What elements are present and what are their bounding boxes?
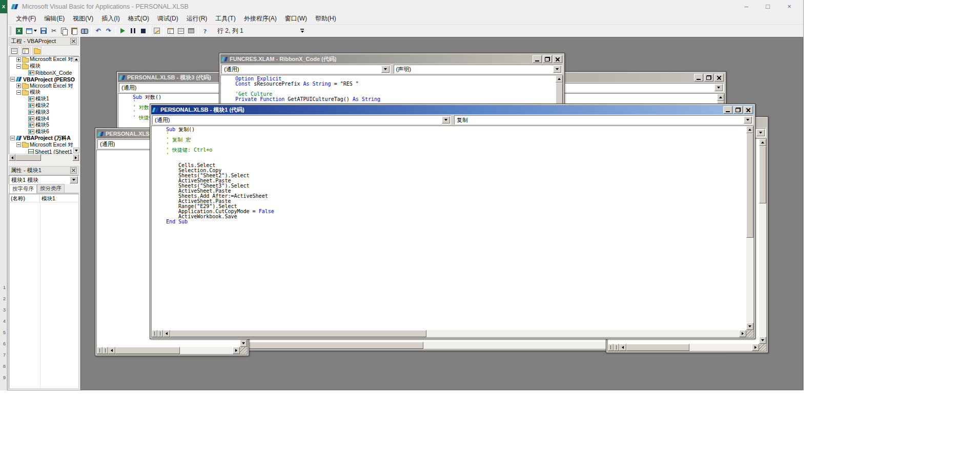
property-value[interactable]: 模块1 — [40, 194, 78, 202]
scroll-up-icon[interactable] — [73, 56, 79, 62]
chevron-down-icon[interactable] — [70, 176, 78, 183]
menu-item-4[interactable]: 格式(O) — [124, 13, 153, 25]
tree-item[interactable]: Microsoft Excel 对 — [9, 56, 78, 63]
menu-item-5[interactable]: 调试(D) — [153, 13, 182, 25]
tree-item[interactable]: VBAProject (万科A — [9, 135, 78, 142]
menu-item-1[interactable]: 编辑(E) — [40, 13, 69, 25]
split-handle[interactable] — [152, 330, 157, 337]
margin-handle[interactable] — [103, 347, 108, 354]
child-titlebar[interactable]: PERSONAL.XLSB - 模块1 (代码) — [151, 105, 754, 114]
restore-button[interactable] — [733, 106, 743, 114]
collapse-icon[interactable] — [16, 64, 21, 69]
chevron-down-icon[interactable] — [442, 116, 450, 123]
menu-item-10[interactable]: 帮助(H) — [311, 13, 340, 25]
reset-button[interactable] — [138, 26, 148, 36]
tree-item[interactable]: Sheet1 (Sheet1 — [9, 148, 78, 154]
resize-grip[interactable] — [759, 344, 766, 351]
undo-button[interactable]: ↶ — [93, 26, 104, 36]
menu-item-8[interactable]: 外接程序(A) — [240, 13, 281, 25]
horizontal-scrollbar[interactable] — [152, 330, 746, 337]
restore-button[interactable] — [704, 74, 713, 81]
paste-button[interactable] — [69, 26, 79, 36]
close-button[interactable] — [744, 106, 753, 114]
redo-button[interactable]: ↷ — [104, 26, 114, 36]
find-button[interactable] — [79, 26, 90, 36]
tree-item[interactable]: 模块 — [9, 63, 78, 70]
procedure-dropdown[interactable]: 复制 — [454, 115, 753, 125]
insert-userform-button[interactable] — [24, 26, 38, 36]
tree-horizontal-scrollbar[interactable] — [9, 154, 79, 161]
tree-item[interactable]: RibbonX_Code — [9, 70, 78, 76]
view-object-button[interactable] — [21, 47, 30, 55]
resize-grip[interactable] — [746, 330, 753, 337]
cut-button[interactable]: ✂ — [49, 26, 59, 36]
expand-icon[interactable] — [16, 57, 21, 62]
code-editor[interactable]: Sub 复制()'' 复制 宏'' 快捷键: Ctrl+o' Cells.Sel… — [152, 127, 746, 329]
tree-item[interactable]: 模块5 — [9, 122, 78, 129]
close-icon[interactable] — [70, 38, 77, 45]
menu-item-0[interactable]: 文件(F) — [12, 13, 40, 25]
minimize-button[interactable] — [723, 106, 732, 114]
tree-item[interactable]: 模块4 — [9, 115, 78, 122]
procedure-dropdown[interactable]: (声明) — [394, 65, 563, 74]
tree-item[interactable]: 模块2 — [9, 102, 78, 109]
tree-item[interactable]: 模块1 — [9, 96, 78, 102]
collapse-icon[interactable] — [16, 90, 21, 95]
minimize-button[interactable] — [694, 74, 703, 81]
minimize-button[interactable] — [533, 55, 542, 63]
property-row[interactable]: (名称) 模块1 — [9, 194, 78, 202]
view-excel-button[interactable]: X — [14, 26, 24, 36]
split-handle[interactable] — [608, 344, 614, 351]
close-button[interactable] — [553, 55, 562, 63]
menu-item-7[interactable]: 工具(T) — [211, 13, 239, 25]
tree-item[interactable]: 模块6 — [9, 129, 78, 135]
menu-item-3[interactable]: 插入(I) — [97, 13, 124, 25]
vertical-scrollbar[interactable] — [759, 139, 766, 344]
run-button[interactable] — [117, 26, 128, 36]
tree-item[interactable]: VBAProject (PERSO — [9, 76, 78, 82]
margin-handle[interactable] — [614, 344, 619, 351]
design-mode-button[interactable] — [152, 26, 162, 36]
horizontal-scrollbar[interactable] — [608, 344, 759, 351]
chevron-down-icon[interactable] — [381, 66, 390, 73]
code-window-module1[interactable]: PERSONAL.XLSB - 模块1 (代码) (通用) 复制 Sub 复制(… — [150, 104, 756, 339]
view-code-button[interactable] — [10, 47, 19, 55]
collapse-icon[interactable] — [10, 136, 15, 140]
collapse-icon[interactable] — [10, 77, 15, 81]
toolbar-options-button[interactable] — [297, 26, 308, 36]
project-explorer-button[interactable] — [166, 26, 176, 36]
properties-window-button[interactable] — [176, 26, 186, 36]
maximize-button[interactable]: □ — [757, 0, 779, 13]
menu-item-6[interactable]: 运行(R) — [182, 13, 212, 25]
help-button[interactable]: ? — [200, 26, 210, 36]
toggle-folders-button[interactable] — [32, 47, 42, 55]
split-handle[interactable] — [97, 347, 103, 354]
close-icon[interactable] — [70, 167, 77, 174]
tab-alphabetic[interactable]: 按字母序 — [9, 184, 37, 193]
tree-item[interactable]: Microsoft Excel 对 — [9, 82, 78, 89]
collapse-icon[interactable] — [16, 142, 21, 147]
close-button[interactable] — [714, 74, 724, 81]
chevron-down-icon[interactable] — [757, 129, 765, 136]
properties-object-dropdown[interactable]: 模块1 模块 — [9, 175, 79, 184]
object-dropdown[interactable]: (通用) — [152, 115, 451, 125]
tree-item[interactable]: Microsoft Excel 对 — [9, 141, 78, 148]
tab-categorized[interactable]: 按分类序 — [37, 184, 65, 193]
save-button[interactable] — [38, 26, 49, 36]
resize-grip[interactable] — [240, 347, 247, 354]
scroll-down-icon[interactable] — [73, 148, 79, 153]
chevron-down-icon[interactable] — [714, 84, 723, 91]
object-dropdown[interactable]: (通用) — [221, 65, 391, 74]
toolbox-button[interactable] — [186, 26, 196, 36]
horizontal-scrollbar[interactable] — [97, 347, 240, 354]
restore-button[interactable] — [543, 55, 552, 63]
chevron-down-icon[interactable] — [744, 116, 752, 123]
close-button[interactable]: × — [779, 0, 800, 13]
minimize-button[interactable]: – — [736, 0, 757, 13]
copy-button[interactable] — [59, 26, 69, 36]
chevron-down-icon[interactable] — [553, 66, 561, 73]
toolbar-grip[interactable] — [10, 26, 12, 35]
break-button[interactable] — [128, 26, 138, 36]
expand-icon[interactable] — [16, 84, 21, 88]
vertical-scrollbar[interactable] — [746, 126, 753, 330]
